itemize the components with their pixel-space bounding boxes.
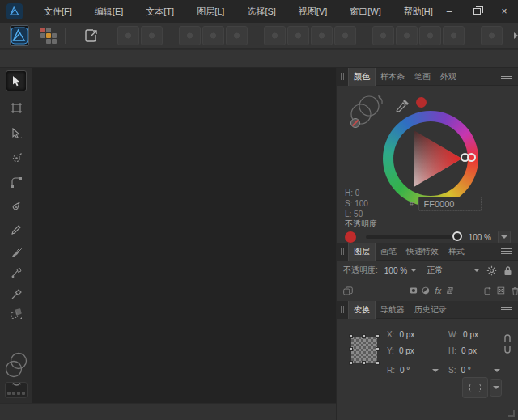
pattern-layer-icon[interactable] <box>446 285 455 296</box>
artboard-tool[interactable] <box>6 97 27 118</box>
node-tool[interactable] <box>6 123 27 144</box>
shear-value[interactable]: 0 ° <box>461 366 470 375</box>
w-value[interactable]: 0 px <box>463 330 478 339</box>
toolbar-button-disabled[interactable] <box>443 26 465 45</box>
vector-brush-tool[interactable] <box>6 241 27 262</box>
menu-select[interactable]: 选择[S] <box>236 0 287 23</box>
transparency-tool[interactable] <box>6 303 27 325</box>
panel-menu-icon[interactable] <box>501 248 512 254</box>
toolbar-button-disabled[interactable] <box>287 26 309 45</box>
rotation-field[interactable]: R: 0 ° <box>387 366 410 375</box>
opacity-slider-knob[interactable] <box>452 231 462 241</box>
move-tool[interactable] <box>6 70 27 91</box>
chevron-down-icon[interactable] <box>473 269 480 272</box>
tab-stroke[interactable]: 笔画 <box>410 68 435 86</box>
rotation-value[interactable]: 0 ° <box>400 366 410 375</box>
menu-edit[interactable]: 编辑[E] <box>83 0 134 23</box>
minimize-button[interactable]: – <box>435 0 463 23</box>
opacity-dropdown[interactable] <box>498 231 511 244</box>
w-field[interactable]: W: 0 px <box>448 330 478 339</box>
link-dimensions-icon[interactable] <box>503 333 512 354</box>
toolbar-button-disabled[interactable] <box>396 26 418 45</box>
triangle-marker-ring[interactable] <box>467 153 476 162</box>
panel-grip[interactable] <box>337 243 348 261</box>
shear-field[interactable]: S: 0 ° <box>448 366 471 375</box>
toolbar-button-disabled[interactable] <box>202 26 224 45</box>
export-persona-button[interactable] <box>82 25 101 46</box>
layers-opacity-value[interactable]: 100 % <box>384 266 407 275</box>
toolbar-overflow-icon[interactable] <box>514 32 518 39</box>
gear-icon[interactable] <box>486 265 497 276</box>
tab-history[interactable]: 历史记录 <box>410 301 452 319</box>
x-value[interactable]: 0 px <box>399 330 414 339</box>
close-button[interactable]: × <box>490 0 518 23</box>
point-transform-tool[interactable] <box>6 147 27 168</box>
panel-menu-icon[interactable] <box>501 74 512 79</box>
h-value[interactable]: 0 px <box>461 346 477 355</box>
toolbar-button-disabled[interactable] <box>481 26 503 45</box>
color-wheel[interactable] <box>383 111 478 206</box>
toolbar-button-disabled[interactable] <box>372 26 394 45</box>
tab-color[interactable]: 颜色 <box>348 68 376 86</box>
duplicate-layers-icon[interactable] <box>343 285 353 297</box>
tab-quick-fx[interactable]: 快速特效 <box>401 243 444 261</box>
toolbar-button-disabled[interactable] <box>334 26 356 45</box>
tab-layers[interactable]: 图层 <box>348 243 376 261</box>
toolbar-button-disabled[interactable] <box>311 26 333 45</box>
toolbar-button-disabled[interactable] <box>179 26 201 45</box>
lock-icon[interactable] <box>503 265 512 276</box>
menu-text[interactable]: 文本[T] <box>134 0 185 23</box>
layers-opacity-label: 不透明度: <box>343 265 378 276</box>
anchor-point-selector[interactable] <box>351 337 377 363</box>
tab-brushes[interactable]: 画笔 <box>376 243 401 261</box>
tab-navigator[interactable]: 导航器 <box>376 301 410 319</box>
hex-input[interactable] <box>418 197 482 211</box>
x-field[interactable]: X: 0 px <box>387 330 414 339</box>
designer-persona-button[interactable] <box>10 25 29 46</box>
chevron-down-icon[interactable] <box>494 369 500 372</box>
corner-tool[interactable] <box>6 172 27 193</box>
toolbar-button-disabled[interactable] <box>141 26 163 45</box>
current-color-swatch[interactable] <box>345 231 356 243</box>
restore-button[interactable] <box>463 0 490 23</box>
y-value[interactable]: 0 px <box>399 346 414 355</box>
h-field[interactable]: H: 0 px <box>448 346 477 355</box>
panel-grip[interactable] <box>337 68 348 86</box>
transform-origin-dropdown[interactable] <box>490 379 502 397</box>
panel-resize-grip[interactable] <box>508 410 515 417</box>
fill-stroke-selector[interactable] <box>3 351 30 393</box>
opacity-slider[interactable] <box>366 235 461 239</box>
pencil-tool[interactable] <box>6 219 27 240</box>
canvas-area[interactable] <box>32 68 336 403</box>
y-field[interactable]: Y: 0 px <box>387 346 414 355</box>
panel-fill-stroke-selector[interactable] <box>346 92 388 134</box>
menu-view[interactable]: 视图[V] <box>287 0 338 23</box>
adjustment-layer-icon[interactable] <box>422 285 430 296</box>
tab-swatches[interactable]: 样本条 <box>376 68 410 86</box>
transform-origin-button[interactable] <box>462 377 488 398</box>
delete-layer-icon[interactable] <box>512 285 518 297</box>
layer-effects-icon[interactable]: fx <box>435 286 442 295</box>
toolbar-button-disabled[interactable] <box>226 26 248 45</box>
mask-layer-icon[interactable] <box>410 285 418 296</box>
menu-window[interactable]: 窗口[W] <box>338 0 393 23</box>
fill-tool[interactable] <box>6 262 27 283</box>
pen-tool[interactable] <box>6 196 27 217</box>
menu-file[interactable]: 文件[F] <box>32 0 83 23</box>
tab-styles[interactable]: 样式 <box>444 243 469 261</box>
new-layer-icon[interactable] <box>484 285 491 297</box>
pixel-persona-button[interactable] <box>39 25 58 46</box>
tab-transform[interactable]: 变换 <box>348 301 376 319</box>
panel-menu-icon[interactable] <box>501 307 512 312</box>
tab-appearance[interactable]: 外观 <box>435 68 461 86</box>
new-pixel-layer-icon[interactable] <box>497 285 505 296</box>
chevron-down-icon[interactable] <box>410 269 417 272</box>
toolbar-button-disabled[interactable] <box>419 26 441 45</box>
chevron-down-icon[interactable] <box>432 369 439 372</box>
toolbar-button-disabled[interactable] <box>264 26 286 45</box>
menu-layer[interactable]: 图层[L] <box>185 0 236 23</box>
blend-mode-value[interactable]: 正常 <box>427 265 443 276</box>
color-picker-tool[interactable] <box>6 283 27 304</box>
toolbar-button-disabled[interactable] <box>117 26 139 45</box>
panel-grip[interactable] <box>337 301 348 319</box>
